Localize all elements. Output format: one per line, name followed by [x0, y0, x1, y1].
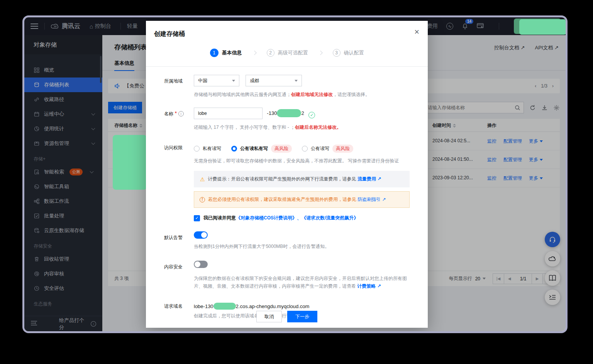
city-select[interactable]: 成都 — [246, 75, 302, 86]
access-desc: 无需身份验证，即可读取您存储桶中的数据，安全风险高，不推荐此配置。 写操作需要进… — [194, 157, 410, 165]
agreement-row: ✓ 我已阅读并同意《对象存储桶COS计费说明》、《请求次数/流量突然飙升》 — [194, 215, 410, 221]
billing-tip-box: ⚠ 计费提示：开启公有读权限可能产生预期外的外网下行流量费用，请参见 流量费用 … — [194, 171, 410, 187]
appid-masked — [277, 109, 301, 117]
radio-icon — [302, 146, 308, 152]
valid-check-icon: ✓ — [308, 112, 315, 118]
step-number: 1 — [210, 49, 219, 57]
step-confirm-config: 3 确认配置 — [333, 49, 364, 57]
billing-policy-link[interactable]: 计费策略 ↗ — [357, 283, 381, 289]
bucket-name-input[interactable] — [194, 108, 263, 119]
modal-form: 所属地域 中国 成都 存储桶与相同地域的其他腾讯云服务内网互通；创建后地域无法修… — [164, 75, 410, 320]
step-label: 高级可选配置 — [278, 49, 308, 56]
caret-down-icon — [295, 80, 298, 82]
divider — [146, 66, 428, 67]
cancel-button[interactable]: 取消 — [256, 311, 282, 322]
radio-public-read-private-write[interactable]: 公有读私有写 高风险 — [231, 145, 292, 153]
agreement-checkbox-checked[interactable]: ✓ — [194, 215, 200, 221]
browser-window: 腾讯云 ⌂ 控制台 轻量 费用 ∿ 14 对象存储 — [22, 15, 568, 333]
name-label: 名称 * i — [164, 108, 194, 131]
name-desc: 还能输入 17 个字符， 支持小写字母、数字和 - ；创建后名称无法修改。 — [194, 123, 410, 131]
warning-triangle-icon: ⚠ — [200, 176, 205, 182]
step-label: 基本信息 — [222, 49, 242, 56]
anti-theft-guide-link[interactable]: 防盗刷指引 ↗ — [357, 197, 386, 202]
required-asterisk: * — [175, 111, 177, 116]
alarm-label: 默认告警 — [164, 231, 194, 250]
country-select[interactable]: 中国 — [194, 75, 239, 86]
content-safety-toggle-off[interactable] — [194, 261, 208, 268]
access-label: 访问权限 — [164, 142, 194, 221]
alarm-row: 默认告警 当检测到1分钟内外网下行流量大于5000MB时，会进行告警通知。 — [164, 231, 410, 250]
info-icon[interactable]: i — [178, 111, 184, 116]
bucket-name-suffix: -1302 — [267, 110, 305, 116]
step-number: 3 — [333, 49, 341, 57]
request-domain-value: lobe-1302.cos.ap-chengdu.myqcloud.com — [194, 300, 410, 310]
content-safety-label: 内容安全 — [164, 261, 194, 290]
high-risk-badge: 高风险 — [271, 145, 292, 153]
radio-public-rw[interactable]: 公有读写 高风险 — [302, 145, 353, 153]
alarm-toggle-on[interactable] — [194, 231, 208, 239]
appid-masked — [213, 303, 236, 310]
name-row: 名称 * i -1302 ✓ 还能输入 17 个字符， 支持小写字母、数字和 -… — [164, 108, 410, 131]
account-avatar-masked[interactable] — [519, 19, 566, 35]
step-number: 2 — [267, 49, 274, 57]
bucket-names-masked — [113, 135, 147, 190]
create-bucket-modal: 创建存储桶 × 1 基本信息 2 高级可选配置 3 确认配置 所属地域 — [146, 21, 428, 328]
radio-icon — [194, 146, 200, 152]
agreement-prefix: 我已阅读并同意 — [203, 215, 236, 221]
region-desc: 存储桶与相同地域的其他腾讯云服务内网互通；创建后地域无法修改，请您谨慎选择。 — [194, 91, 410, 98]
step-advanced-config: 2 高级可选配置 — [267, 49, 308, 57]
step-basic-info: 1 基本信息 — [210, 49, 242, 57]
region-label: 所属地域 — [164, 75, 194, 98]
caret-down-icon — [232, 80, 235, 82]
agreement-links[interactable]: 《对象存储桶COS计费说明》、《请求次数/流量突然飙升》 — [236, 215, 358, 221]
content-safety-row: 内容安全 为保障您的数据在公有读权限下的安全合规问题，建议您开启内容安全，开启后… — [164, 261, 410, 290]
anti-theft-warning-box: ! 若您必须使用公有读权限，建议采取措施避免产生预期外的费用，请参见 防盗刷指引… — [194, 191, 410, 208]
chevron-right-icon — [318, 51, 322, 55]
alarm-desc: 当检测到1分钟内外网下行流量大于5000MB时，会进行告警通知。 — [194, 243, 410, 250]
close-icon[interactable]: × — [414, 28, 419, 36]
content-safety-desc: 为保障您的数据在公有读权限下的安全合规问题，建议您开启内容安全，开启后将默认对您… — [194, 275, 408, 290]
modal-footer: 取消 下一步 — [146, 311, 428, 322]
radio-private-rw[interactable]: 私有读写 — [194, 145, 221, 152]
radio-icon-selected — [231, 146, 237, 152]
access-row: 访问权限 私有读写 公有读私有写 高风险 — [164, 142, 410, 221]
traffic-fee-link[interactable]: 流量费用 ↗ — [357, 176, 381, 182]
high-risk-badge: 高风险 — [332, 145, 353, 153]
step-label: 确认配置 — [344, 49, 364, 56]
region-row: 所属地域 中国 成都 存储桶与相同地域的其他腾讯云服务内网互通；创建后地域无法修… — [164, 75, 410, 98]
steps-bar: 1 基本信息 2 高级可选配置 3 确认配置 — [146, 49, 428, 57]
screen: 腾讯云 ⌂ 控制台 轻量 费用 ∿ 14 对象存储 — [0, 0, 593, 364]
modal-title: 创建存储桶 — [154, 30, 185, 38]
next-step-button[interactable]: 下一步 — [287, 311, 317, 322]
chevron-right-icon — [252, 51, 256, 55]
exclamation-circle-icon: ! — [200, 197, 205, 202]
